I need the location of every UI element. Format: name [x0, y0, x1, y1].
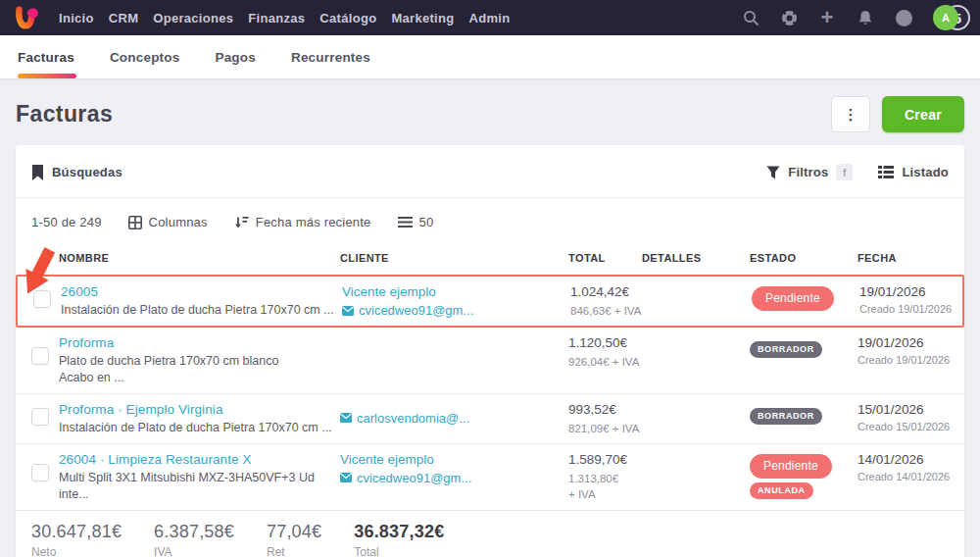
- envelope-icon: [340, 413, 352, 423]
- nav-item-marketing[interactable]: Marketing: [391, 11, 454, 25]
- invoice-total: 1.589,70€: [568, 452, 628, 467]
- row-checkbox[interactable]: [31, 347, 49, 365]
- col-header-total[interactable]: TOTAL: [568, 252, 642, 264]
- page-size-button[interactable]: 50: [398, 215, 434, 229]
- client-email-link[interactable]: carlosvendomia@...: [340, 411, 559, 426]
- kebab-icon: ⋮: [843, 106, 858, 124]
- col-header-nombre[interactable]: NOMBRE: [59, 252, 340, 264]
- invoice-date: 15/01/2026: [858, 402, 964, 417]
- more-actions-button[interactable]: ⋮: [831, 96, 870, 132]
- table-row[interactable]: Proforma · Ejemplo Virginia Instalación …: [16, 394, 964, 444]
- invoice-date: 19/01/2026: [859, 284, 962, 299]
- page-title: Facturas: [16, 101, 113, 127]
- tab-pagos[interactable]: Pagos: [215, 35, 256, 78]
- main-menu: Inicio CRM Operaciones Finanzas Catálogo…: [59, 11, 510, 25]
- invoice-created-date: Creado 19/01/2026: [859, 303, 962, 315]
- account-circle-icon[interactable]: [895, 9, 912, 26]
- avatar-initial: A: [933, 5, 958, 30]
- invoice-total-base: 1.313,80€ + IVA: [568, 471, 628, 502]
- invoice-total: 993,52€: [568, 402, 642, 417]
- tab-recurrentes[interactable]: Recurrentes: [291, 35, 370, 78]
- row-checkbox[interactable]: [33, 290, 51, 308]
- invoice-link[interactable]: Proforma · Ejemplo Virginia: [59, 402, 340, 417]
- saved-searches-button[interactable]: Búsquedas: [31, 165, 122, 180]
- invoice-link[interactable]: Proforma: [59, 335, 340, 350]
- filters-button[interactable]: Filtros f: [766, 164, 853, 180]
- filters-shortcut-key: f: [836, 164, 853, 180]
- total-neto: 30.647,81€ Neto: [31, 522, 122, 557]
- invoice-created-date: Creado 14/01/2026: [858, 471, 964, 482]
- user-avatar[interactable]: 5 A: [933, 5, 966, 30]
- sort-button[interactable]: Fecha más reciente: [234, 215, 371, 229]
- nav-item-operaciones[interactable]: Operaciones: [153, 11, 233, 25]
- notifications-bell-icon[interactable]: [857, 9, 874, 26]
- add-icon[interactable]: +: [818, 9, 836, 26]
- invoice-created-date: Creado 15/01/2026: [858, 421, 964, 432]
- invoices-panel: Búsquedas Filtros f Listado: [16, 145, 964, 557]
- invoice-description: Multi Split 3X1 Mitsubishi MXZ-3HA50VF+3…: [59, 470, 328, 503]
- active-tab-underline: [18, 74, 76, 78]
- invoice-total: 1.024,42€: [570, 284, 644, 299]
- status-badge: ANULADA: [750, 482, 813, 499]
- row-checkbox[interactable]: [31, 408, 49, 426]
- search-icon[interactable]: [742, 9, 760, 26]
- total-total: 36.837,32€ Total: [354, 522, 444, 557]
- nav-item-crm[interactable]: CRM: [109, 11, 139, 25]
- result-range: 1-50 de 249: [31, 215, 102, 229]
- invoice-date: 19/01/2026: [858, 335, 964, 350]
- table-header: NOMBRE CLIENTE TOTAL DETALLES ESTADO FEC…: [16, 242, 964, 275]
- invoice-created-date: Creado 19/01/2026: [858, 354, 964, 366]
- nav-item-inicio[interactable]: Inicio: [59, 11, 94, 25]
- table-row[interactable]: 26005 Instalación de Plato de ducha Piet…: [16, 275, 964, 328]
- client-email-link[interactable]: cvicedweo91@gm...: [340, 471, 559, 485]
- invoice-description: Instalación de Plato de ducha Pietra 170…: [61, 302, 342, 319]
- invoice-description: Plato de ducha Pietra 170x70 cm blanco A…: [59, 353, 318, 386]
- total-ret: 77,04€ Ret: [267, 522, 321, 557]
- section-tabs: Facturas Conceptos Pagos Recurrentes: [0, 35, 980, 78]
- col-header-estado[interactable]: ESTADO: [750, 252, 858, 264]
- invoice-total-base: 821,09€ + IVA: [568, 421, 642, 436]
- tab-conceptos[interactable]: Conceptos: [110, 35, 180, 78]
- invoice-link[interactable]: 26004 · Limpieza Restaurante X: [59, 452, 340, 467]
- invoice-description: Instalación de Plato de ducha Pietra 170…: [59, 420, 340, 436]
- row-checkbox[interactable]: [31, 464, 49, 481]
- table-row[interactable]: 26004 · Limpieza Restaurante X Multi Spl…: [16, 444, 964, 510]
- sort-descending-icon: [234, 216, 249, 229]
- status-badge: Pendiente: [750, 454, 832, 479]
- nav-item-catalogo[interactable]: Catálogo: [319, 11, 376, 25]
- invoice-total-base: 926,04€ + IVA: [568, 354, 642, 370]
- columns-grid-icon: [128, 216, 142, 229]
- invoice-total-base: 846,63€ + IVA: [570, 303, 644, 319]
- totals-summary-bar: 30.647,81€ Neto 6.387,58€ IVA 77,04€ Ret…: [16, 510, 964, 557]
- envelope-icon: [340, 473, 352, 482]
- col-header-cliente[interactable]: CLIENTE: [340, 252, 568, 264]
- top-nav: Inicio CRM Operaciones Finanzas Catálogo…: [0, 0, 980, 35]
- list-view-icon: [878, 166, 894, 178]
- invoice-total: 1.120,50€: [568, 335, 642, 350]
- invoice-date: 14/01/2026: [858, 452, 964, 467]
- nav-item-admin[interactable]: Admin: [468, 11, 510, 25]
- status-badge: BORRADOR: [750, 408, 822, 425]
- col-header-fecha[interactable]: FECHA: [858, 252, 964, 264]
- create-button[interactable]: Crear: [882, 96, 964, 132]
- filter-funnel-icon: [766, 166, 780, 179]
- invoice-link[interactable]: 26005: [61, 284, 342, 299]
- status-badge: BORRADOR: [750, 341, 822, 358]
- app-logo-icon[interactable]: [14, 5, 39, 30]
- hamburger-lines-icon: [398, 217, 413, 228]
- col-header-detalles[interactable]: DETALLES: [642, 252, 750, 264]
- help-lifebuoy-icon[interactable]: [780, 9, 798, 26]
- envelope-icon: [342, 306, 354, 316]
- status-badge: Pendiente: [752, 286, 834, 311]
- nav-item-finanzas[interactable]: Finanzas: [248, 11, 305, 25]
- total-iva: 6.387,58€ IVA: [154, 522, 234, 557]
- client-link[interactable]: Vicente ejemplo: [340, 452, 559, 467]
- columns-button[interactable]: Columnas: [128, 215, 208, 229]
- client-email-link[interactable]: cvicedweo91@gm...: [342, 303, 561, 318]
- client-link[interactable]: Vicente ejemplo: [342, 284, 561, 299]
- bookmark-icon: [31, 165, 44, 180]
- tab-facturas[interactable]: Facturas: [18, 35, 74, 78]
- table-row[interactable]: Proforma Plato de ducha Pietra 170x70 cm…: [16, 328, 964, 394]
- view-listado-button[interactable]: Listado: [878, 165, 949, 179]
